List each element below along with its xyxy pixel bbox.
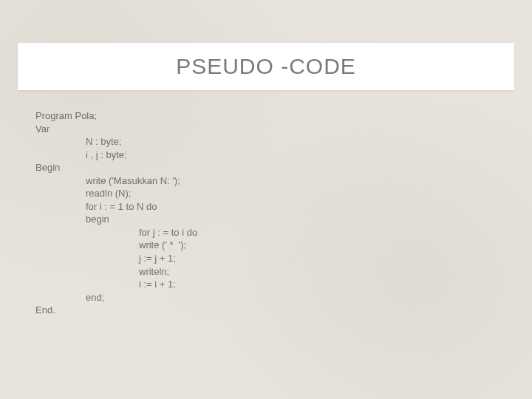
code-line: for j : = to i do [35,226,497,239]
code-line: j := j + 1; [35,252,497,265]
code-line: begin [35,213,497,226]
title-bar: PSEUDO -CODE [18,43,514,90]
code-line: i , j : byte; [35,149,497,162]
code-line: Begin [35,161,497,174]
code-line: for i : = 1 to N do [35,200,497,214]
pseudocode-block: Program Pola; Var N : byte; i , j : byte… [35,109,497,317]
code-line: Var [35,123,497,136]
code-line: N : byte; [35,135,497,149]
code-line: readln (N); [35,187,497,200]
code-line: End. [35,304,497,317]
code-line: end; [35,291,497,304]
code-line: i := i + 1; [35,278,497,291]
code-line: write (' * '); [35,239,497,252]
slide-title: PSEUDO -CODE [176,54,356,79]
code-line: Program Pola; [35,109,497,123]
code-line: write ('Masukkan N: '); [35,174,497,188]
code-line: writeln; [35,265,497,279]
